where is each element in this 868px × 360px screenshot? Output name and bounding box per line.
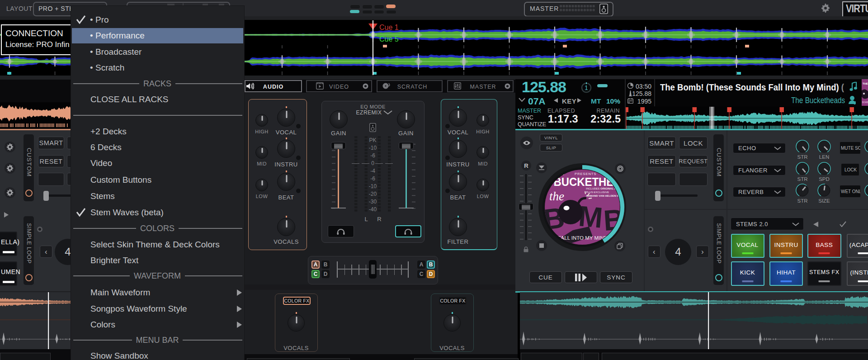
svg-text:INCLUDES ORIGINAL MIX: INCLUDES ORIGINAL MIX — [586, 187, 619, 190]
svg-text:1: 1 — [585, 84, 588, 91]
svg-text:THE: THE — [863, 82, 868, 85]
svg-text:BOMB: BOMB — [862, 101, 868, 104]
